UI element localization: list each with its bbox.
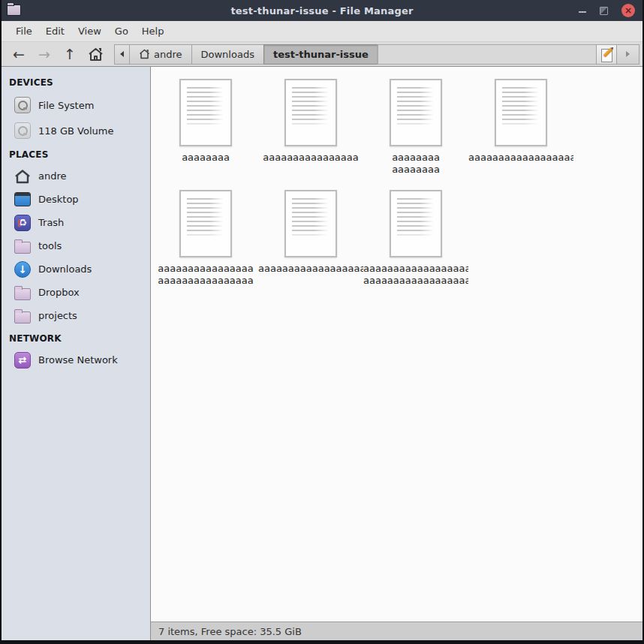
back-icon: ←	[13, 46, 25, 62]
file-grid: aaaaaaaa aaaaaaaaaaaaaaaa aaaaaaaa aaaaa…	[151, 67, 642, 622]
file-name: aaaaaaaaaaaaaaaaaa aaaaaaaaaaaaaaaaaa	[363, 263, 468, 287]
trash-full-icon: ♻!	[14, 215, 31, 231]
menu-help[interactable]: Help	[135, 22, 171, 41]
text-file-icon	[390, 79, 442, 146]
folder-icon	[14, 288, 31, 300]
menu-go[interactable]: Go	[108, 22, 135, 41]
file-name: aaaaaaaa	[153, 152, 258, 164]
sidebar-item-volume[interactable]: 118 GB Volume	[2, 118, 150, 143]
sidebar-section-network: NETWORK	[2, 327, 150, 348]
path-bar-filler	[378, 44, 597, 65]
titlebar: test-thunar-issue - File Manager ×	[2, 0, 642, 21]
sidebar-item-home[interactable]: andre	[2, 164, 150, 188]
sidebar-item-tools[interactable]: tools	[2, 234, 150, 257]
maximize-button[interactable]	[600, 7, 608, 15]
file-thumbnail	[502, 87, 538, 130]
sidebar-item-projects[interactable]: projects	[2, 304, 150, 327]
up-icon: ↑	[64, 46, 76, 62]
menubar: File Edit View Go Help	[2, 21, 642, 42]
desktop-icon	[14, 192, 31, 206]
file-item[interactable]: aaaaaaaaaaaaaaaa	[258, 79, 363, 164]
home-button[interactable]	[86, 44, 105, 64]
back-button[interactable]: ←	[9, 44, 29, 64]
window-title: test-thunar-issue - File Manager	[2, 5, 642, 17]
menu-file[interactable]: File	[9, 22, 39, 41]
file-item[interactable]: aaaaaaaa aaaaaaaa	[363, 79, 468, 176]
window-controls: ×	[579, 0, 635, 21]
sidebar-item-desktop[interactable]: Desktop	[2, 188, 150, 211]
file-thumbnail	[397, 87, 433, 130]
file-thumbnail	[397, 198, 433, 241]
file-item[interactable]: aaaaaaaaaaaaaaaaaa	[258, 190, 363, 275]
home-icon	[88, 47, 104, 62]
path-button-label: andre	[154, 49, 182, 60]
home-icon	[14, 169, 31, 184]
file-thumbnail	[187, 87, 223, 130]
network-icon: ⇄	[14, 352, 31, 369]
file-thumbnail	[292, 87, 328, 130]
file-item[interactable]: aaaaaaaa	[153, 79, 258, 164]
file-item[interactable]: aaaaaaaaaaaaaaaaaa	[468, 79, 573, 164]
text-file-icon	[390, 190, 442, 257]
path-button-label: test-thunar-issue	[273, 49, 369, 60]
file-thumbnail	[292, 198, 328, 241]
toolbar: ← → ↑ andre Downloads test-thunar-issue	[2, 42, 642, 67]
sidebar: DEVICES File System 118 GB Volume PLACES…	[2, 67, 151, 640]
menu-view[interactable]: View	[71, 22, 108, 41]
file-name: aaaaaaaaaaaaaaaaaa	[468, 152, 573, 164]
file-manager-window: test-thunar-issue - File Manager × File …	[2, 0, 642, 640]
statusbar: 7 items, Free space: 35.5 GiB	[151, 621, 642, 640]
drive-icon	[14, 122, 31, 139]
path-button-label: Downloads	[201, 49, 254, 60]
forward-icon: →	[38, 46, 50, 62]
text-file-icon	[284, 79, 337, 146]
up-button[interactable]: ↑	[60, 44, 80, 64]
folder-icon	[14, 311, 31, 324]
file-view[interactable]: aaaaaaaa aaaaaaaaaaaaaaaa aaaaaaaa aaaaa…	[151, 67, 642, 640]
sidebar-item-dropbox[interactable]: Dropbox	[2, 281, 150, 304]
forward-button[interactable]: →	[35, 44, 54, 64]
sidebar-item-trash[interactable]: ♻! Trash	[2, 211, 150, 234]
text-file-icon	[284, 190, 337, 257]
path-button-current-folder[interactable]: test-thunar-issue	[263, 44, 378, 65]
file-item[interactable]: aaaaaaaaaaaaaaaaaa aaaaaaaaaaaaaaaaaa	[363, 190, 468, 287]
chevron-right-icon	[626, 51, 630, 57]
file-name: aaaaaaaaaaaaaaaa	[258, 152, 363, 164]
path-button-andre[interactable]: andre	[129, 44, 192, 65]
folder-icon	[14, 242, 31, 254]
path-scroll-right-button[interactable]	[616, 44, 639, 65]
path-bar: andre Downloads test-thunar-issue	[114, 44, 639, 65]
downloads-icon: ↓	[14, 261, 31, 278]
text-file-icon	[495, 79, 547, 146]
text-file-icon	[179, 190, 232, 257]
menu-edit[interactable]: Edit	[39, 22, 71, 41]
file-name: aaaaaaaaaaaaaaaa aaaaaaaaaaaaaaaa	[153, 263, 258, 287]
status-text: 7 items, Free space: 35.5 GiB	[151, 626, 302, 637]
sidebar-item-file-system[interactable]: File System	[2, 92, 150, 118]
text-file-icon	[179, 79, 232, 146]
path-button-downloads[interactable]: Downloads	[191, 44, 264, 65]
sidebar-item-browse-network[interactable]: ⇄ Browse Network	[2, 348, 150, 372]
drive-icon	[14, 97, 31, 113]
sidebar-section-devices: DEVICES	[2, 71, 150, 92]
content-area: DEVICES File System 118 GB Volume PLACES…	[2, 67, 642, 640]
edit-path-button[interactable]	[596, 44, 617, 65]
close-button[interactable]: ×	[621, 4, 635, 17]
chevron-left-icon	[120, 51, 124, 57]
file-name: aaaaaaaa aaaaaaaa	[363, 152, 468, 176]
sidebar-section-places: PLACES	[2, 143, 150, 164]
minimize-button[interactable]	[579, 11, 586, 13]
path-scroll-left-button[interactable]	[114, 44, 130, 65]
file-item[interactable]: aaaaaaaaaaaaaaaa aaaaaaaaaaaaaaaa	[153, 190, 258, 287]
sidebar-item-downloads[interactable]: ↓ Downloads	[2, 257, 150, 281]
file-name: aaaaaaaaaaaaaaaaaa	[258, 263, 363, 275]
file-thumbnail	[187, 198, 223, 241]
home-icon	[139, 49, 150, 59]
